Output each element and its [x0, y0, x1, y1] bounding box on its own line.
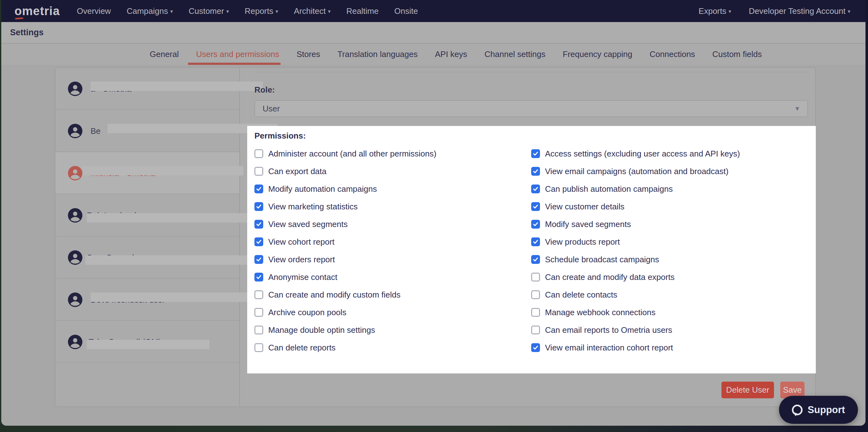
- checkbox-modify-automation-campaigns[interactable]: [254, 184, 263, 193]
- checkbox-administer-account-and-all-other-permissions[interactable]: [254, 149, 263, 158]
- user-list-item[interactable]: Toby Cornwell (OM): [55, 321, 239, 363]
- user-list-item[interactable]: Michela - Ometria: [55, 152, 239, 194]
- role-select[interactable]: User ▼: [254, 100, 808, 117]
- checkbox-can-publish-automation-campaigns[interactable]: [531, 184, 540, 193]
- checkbox-can-delete-reports[interactable]: [254, 343, 263, 352]
- settings-tabbar: GeneralUsers and permissionsStoresTransl…: [1, 44, 866, 65]
- permission-row: View email interaction cohort report: [531, 339, 740, 356]
- tab-custom-fields[interactable]: Custom fields: [712, 44, 762, 65]
- permission-label: Administer account (and all other permis…: [268, 149, 436, 159]
- user-list-item[interactable]: Rob Lombard: [55, 194, 239, 236]
- checkbox-can-export-data[interactable]: [254, 167, 263, 176]
- checkbox-anonymise-contact[interactable]: [254, 273, 263, 282]
- checkbox-can-create-and-modify-data-exports[interactable]: [531, 273, 540, 282]
- tab-stores[interactable]: Stores: [297, 44, 320, 65]
- permission-row: Can create and modify data exports: [531, 268, 740, 286]
- permission-row: Manage double optin settings: [254, 321, 436, 339]
- nav-item-developer-testing-account[interactable]: Developer Testing Account▾: [749, 6, 850, 16]
- nav-item-exports[interactable]: Exports▾: [699, 6, 731, 16]
- permission-label: Can create and modify custom fields: [268, 290, 401, 300]
- redaction-bar: [83, 166, 243, 175]
- delete-user-button[interactable]: Delete User: [721, 382, 774, 398]
- permission-row: Can create and modify custom fields: [254, 286, 436, 304]
- checkbox-access-settings-excluding-user-access-and-api-keys[interactable]: [531, 149, 540, 158]
- permission-label: View email interaction cohort report: [545, 343, 673, 353]
- permission-row: Access settings (excluding user access a…: [531, 145, 740, 163]
- nav-item-realtime[interactable]: Realtime: [346, 6, 379, 16]
- permission-label: Manage double optin settings: [268, 325, 375, 335]
- permission-label: Anonymise contact: [268, 272, 337, 282]
- user-list: a - OmetriaBe)Michela - OmetriaRob Lomba…: [55, 68, 240, 406]
- permission-row: View products report: [531, 233, 740, 251]
- nav-item-reports[interactable]: Reports▾: [245, 6, 278, 16]
- checkbox-view-saved-segments[interactable]: [254, 220, 263, 229]
- redaction-bar: [87, 340, 210, 349]
- checkbox-archive-coupon-pools[interactable]: [254, 308, 263, 317]
- tab-api-keys[interactable]: API keys: [435, 44, 467, 65]
- logo-red-swoosh-icon: [15, 17, 23, 20]
- page-title: Settings: [10, 28, 44, 37]
- user-list-item[interactable]: Be): [55, 110, 239, 152]
- permissions-column-left: Administer account (and all other permis…: [254, 145, 436, 356]
- chat-bubble-icon: [792, 405, 803, 415]
- checkbox-view-email-interaction-cohort-report[interactable]: [531, 343, 540, 352]
- checkbox-modify-saved-segments[interactable]: [531, 220, 540, 229]
- tab-users-and-permissions[interactable]: Users and permissions: [196, 44, 279, 65]
- permission-row: View cohort report: [254, 233, 436, 251]
- logo-text: ometria: [14, 4, 60, 18]
- permission-row: Can delete contacts: [531, 286, 740, 304]
- checkbox-view-email-campaigns-automation-and-broadcast[interactable]: [531, 167, 540, 176]
- tab-translation-languages[interactable]: Translation languages: [337, 44, 417, 65]
- user-list-item[interactable]: Devs freshdesk user: [55, 279, 239, 321]
- permission-row: View orders report: [254, 251, 436, 268]
- checkbox-can-create-and-modify-custom-fields[interactable]: [254, 290, 263, 299]
- user-avatar-icon: [68, 208, 83, 223]
- checkbox-can-delete-contacts[interactable]: [531, 290, 540, 299]
- support-button[interactable]: Support: [779, 396, 858, 424]
- checkbox-can-email-reports-to-ometria-users[interactable]: [531, 325, 540, 335]
- permissions-label: Permissions:: [254, 131, 306, 141]
- nav-item-overview[interactable]: Overview: [77, 6, 111, 16]
- checkbox-schedule-broadcast-campaigns[interactable]: [531, 255, 540, 264]
- nav-right: Exports▾Developer Testing Account▾: [699, 0, 850, 22]
- nav-item-architect[interactable]: Architect▾: [294, 6, 331, 16]
- checkbox-view-products-report[interactable]: [531, 237, 540, 246]
- permission-row: Modify saved segments: [531, 215, 740, 233]
- tab-connections[interactable]: Connections: [649, 44, 695, 65]
- checkbox-manage-double-optin-settings[interactable]: [254, 325, 263, 335]
- support-label: Support: [808, 404, 845, 415]
- redaction-bar: [87, 213, 274, 223]
- user-avatar-icon: [68, 292, 83, 307]
- checkbox-view-customer-details[interactable]: [531, 202, 540, 211]
- chevron-down-icon: ▾: [729, 8, 732, 15]
- permission-label: View products report: [545, 237, 620, 247]
- permission-label: View orders report: [268, 255, 335, 264]
- permission-label: View email campaigns (automation and bro…: [545, 167, 728, 176]
- tab-general[interactable]: General: [150, 44, 179, 65]
- permission-label: View marketing statistics: [268, 202, 358, 211]
- checkbox-view-marketing-statistics[interactable]: [254, 202, 263, 211]
- tab-frequency-capping[interactable]: Frequency capping: [563, 44, 632, 65]
- role-selected-value: User: [262, 104, 280, 114]
- nav-item-onsite[interactable]: Onsite: [394, 6, 418, 16]
- checkbox-view-orders-report[interactable]: [254, 255, 263, 264]
- user-avatar-icon: [68, 82, 83, 96]
- checkbox-view-cohort-report[interactable]: [254, 237, 263, 246]
- top-nav: ometria OverviewCampaigns▾Customer▾Repor…: [1, 0, 866, 22]
- permission-label: Can delete reports: [268, 343, 336, 353]
- chevron-down-icon: ▾: [276, 8, 278, 15]
- chevron-down-icon: ▾: [226, 8, 229, 15]
- user-avatar-icon: [68, 250, 83, 265]
- nav-item-customer[interactable]: Customer▾: [189, 6, 229, 16]
- permission-label: View saved segments: [268, 220, 347, 229]
- nav-item-campaigns[interactable]: Campaigns▾: [127, 6, 173, 16]
- user-list-item[interactable]: Sara Samuels: [55, 236, 239, 279]
- user-avatar-icon-selected: [68, 166, 83, 180]
- checkbox-manage-webhook-connections[interactable]: [531, 308, 540, 317]
- user-list-item[interactable]: a - Ometria: [55, 68, 239, 110]
- ometria-logo[interactable]: ometria: [14, 4, 60, 18]
- permission-row: View customer details: [531, 198, 740, 215]
- app-window: ometria OverviewCampaigns▾Customer▾Repor…: [1, 0, 866, 426]
- tab-channel-settings[interactable]: Channel settings: [485, 44, 546, 65]
- permission-row: Anonymise contact: [254, 268, 436, 286]
